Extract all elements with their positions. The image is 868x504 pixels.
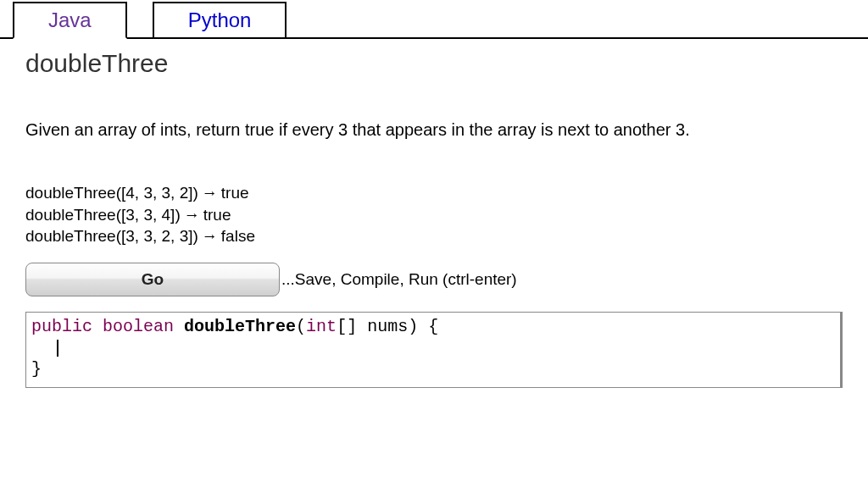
code-param: nums: [357, 317, 408, 336]
text-cursor: [57, 340, 58, 357]
code-line-2: [31, 337, 835, 358]
keyword-boolean: boolean: [103, 317, 174, 336]
keyword-int: int: [306, 317, 337, 336]
page-title: doubleThree: [25, 49, 843, 78]
keyword-public: public: [31, 317, 92, 336]
example-line: doubleThree([4, 3, 3, 2])→true: [25, 182, 843, 204]
code-editor[interactable]: public boolean doubleThree(int[] nums) {…: [25, 312, 843, 388]
go-button[interactable]: Go: [25, 263, 280, 296]
example-call: doubleThree([3, 3, 2, 3]): [25, 227, 198, 245]
brace-close: }: [31, 359, 42, 379]
code-line-1: public boolean doubleThree(int[] nums) {: [31, 316, 835, 337]
example-result: true: [203, 206, 231, 224]
main-content: doubleThree Given an array of ints, retu…: [0, 39, 868, 398]
tab-bar: Java Python: [0, 0, 868, 39]
arrow-icon: →: [202, 182, 218, 204]
tab-java[interactable]: Java: [13, 2, 127, 39]
arrow-icon: →: [184, 204, 200, 226]
paren-close: ): [408, 317, 418, 336]
brace-open: {: [418, 317, 438, 336]
tab-python[interactable]: Python: [153, 2, 287, 39]
example-call: doubleThree([3, 3, 4]): [25, 206, 181, 224]
example-call: doubleThree([4, 3, 3, 2]): [25, 184, 198, 202]
problem-description: Given an array of ints, return true if e…: [25, 120, 843, 140]
example-line: doubleThree([3, 3, 4])→true: [25, 204, 843, 226]
arrow-icon: →: [202, 225, 218, 247]
hint-text: ...Save, Compile, Run (ctrl-enter): [281, 270, 517, 289]
examples-block: doubleThree([4, 3, 3, 2])→true doubleThr…: [25, 182, 843, 247]
example-result: true: [221, 184, 249, 202]
paren-open: (: [296, 317, 306, 336]
method-name: doubleThree: [184, 317, 296, 336]
example-result: false: [221, 227, 255, 245]
example-line: doubleThree([3, 3, 2, 3])→false: [25, 225, 843, 247]
code-brackets: []: [337, 317, 357, 336]
code-line-3: }: [31, 358, 835, 379]
action-row: Go ...Save, Compile, Run (ctrl-enter): [25, 263, 843, 296]
